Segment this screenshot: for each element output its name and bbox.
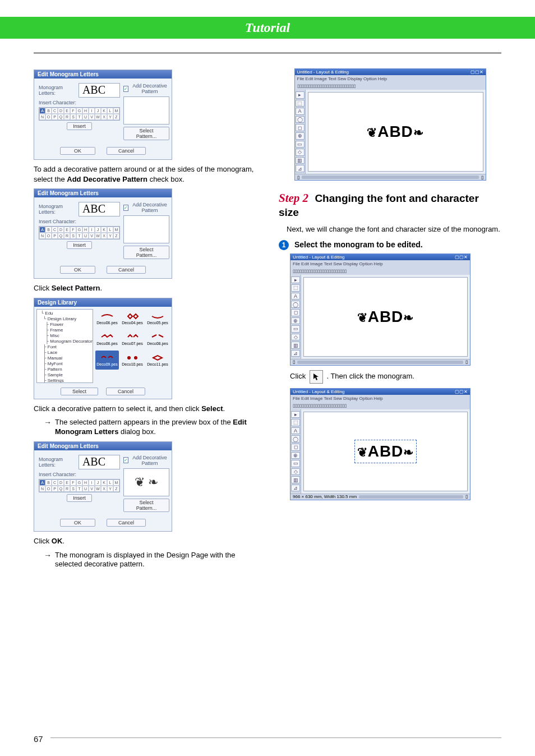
tool-icon[interactable]: ▥ <box>296 157 305 164</box>
char-cell[interactable]: K <box>101 480 107 486</box>
monogram-letters-input[interactable]: ABC <box>79 202 120 216</box>
ok-button[interactable]: OK <box>60 266 95 274</box>
char-cell[interactable]: O <box>45 114 52 120</box>
char-cell[interactable]: W <box>95 114 101 120</box>
char-cell[interactable]: R <box>64 486 70 492</box>
tool-icon[interactable]: A <box>291 293 300 300</box>
tool-icon[interactable]: ⊕ <box>296 132 305 140</box>
char-cell[interactable]: L <box>107 108 113 114</box>
scrollbar[interactable] <box>297 361 463 364</box>
char-cell[interactable]: G <box>76 227 82 233</box>
char-cell[interactable]: N <box>39 114 45 120</box>
tool-icon[interactable]: ◯ <box>291 435 300 442</box>
library-pattern-cell[interactable]: Deco06.pes <box>95 330 119 349</box>
tool-icon[interactable]: ⬚ <box>291 419 300 426</box>
folder-tree[interactable]: └ Edu └ Design Library ├ Flower ├ Frame … <box>36 309 93 383</box>
char-cell[interactable]: L <box>107 480 113 486</box>
char-cell[interactable]: M <box>113 108 119 114</box>
char-cell[interactable]: J <box>95 227 101 233</box>
char-cell[interactable]: V <box>89 486 95 492</box>
char-cell[interactable]: E <box>64 108 70 114</box>
tool-palette[interactable]: ▸⬚A◯◻⊕▭◇▥⊿ <box>290 275 301 359</box>
tool-icon[interactable]: ▸ <box>296 91 305 99</box>
tool-icon[interactable]: ▥ <box>291 342 300 349</box>
tool-icon[interactable]: ◻ <box>291 309 300 316</box>
char-cell[interactable]: K <box>101 108 107 114</box>
ok-button[interactable]: OK <box>60 519 95 527</box>
char-cell[interactable]: E <box>64 227 70 233</box>
library-pattern-cell[interactable]: Deco06.pes <box>95 309 119 328</box>
monogram-letters-input[interactable]: ABC <box>79 455 120 469</box>
select-button[interactable]: Select <box>61 388 98 395</box>
char-cell[interactable]: Y <box>107 233 113 239</box>
library-pattern-cell[interactable]: Deco10.pes <box>121 351 144 370</box>
tool-icon[interactable]: ▭ <box>296 141 305 148</box>
char-cell[interactable]: P <box>52 233 58 239</box>
tool-icon[interactable]: ◇ <box>291 468 300 476</box>
monogram-letters-input[interactable]: ABC <box>79 83 120 98</box>
char-cell[interactable]: Y <box>107 486 113 492</box>
insert-button[interactable]: Insert <box>67 494 92 502</box>
char-cell[interactable]: X <box>101 233 107 239</box>
char-cell[interactable]: X <box>101 486 107 492</box>
scrollbar[interactable] <box>302 176 479 179</box>
tool-icon[interactable]: ▭ <box>291 325 300 333</box>
char-cell[interactable]: H <box>82 480 89 486</box>
char-cell[interactable]: T <box>76 486 82 492</box>
char-cell[interactable]: H <box>82 108 89 114</box>
tool-icon[interactable]: ◯ <box>291 301 300 308</box>
char-cell[interactable]: F <box>70 108 76 114</box>
char-cell[interactable]: B <box>45 108 52 114</box>
tool-icon[interactable]: ◇ <box>296 149 305 156</box>
tool-icon[interactable]: ◻ <box>296 124 305 131</box>
char-cell[interactable]: Z <box>113 233 119 239</box>
library-pattern-cell[interactable]: Deco05.pes <box>146 309 169 328</box>
library-pattern-cell[interactable]: Deco08.pes <box>146 330 169 349</box>
insert-button[interactable]: Insert <box>67 241 92 249</box>
tool-icon[interactable]: ▸ <box>291 276 300 284</box>
char-cell[interactable]: V <box>89 233 95 239</box>
char-cell[interactable]: P <box>52 114 58 120</box>
char-cell[interactable]: Y <box>107 114 113 120</box>
tool-icon[interactable]: ▭ <box>291 460 300 467</box>
select-pattern-button[interactable]: Select Pattern... <box>123 499 169 512</box>
tool-icon[interactable]: A <box>296 108 305 115</box>
add-decorative-checkbox[interactable]: ✓ Add Decorative Pattern <box>123 202 169 213</box>
char-cell[interactable]: J <box>95 108 101 114</box>
char-cell[interactable]: S <box>70 486 76 492</box>
char-cell[interactable]: K <box>101 227 107 233</box>
cancel-button[interactable]: Cancel <box>106 388 145 395</box>
char-cell[interactable]: U <box>82 114 89 120</box>
char-cell[interactable]: D <box>58 227 64 233</box>
library-pattern-cell[interactable]: Deco04.pes <box>121 309 144 328</box>
tool-icon[interactable]: ⊿ <box>291 485 300 492</box>
char-cell[interactable]: I <box>89 108 95 114</box>
char-cell[interactable]: N <box>39 233 45 239</box>
char-cell[interactable]: Q <box>58 486 64 492</box>
char-cell[interactable]: C <box>52 227 58 233</box>
select-pattern-button[interactable]: Select Pattern... <box>123 127 169 140</box>
char-cell[interactable]: O <box>45 233 52 239</box>
char-cell[interactable]: N <box>39 486 45 492</box>
char-cell[interactable]: S <box>70 233 76 239</box>
design-canvas[interactable]: ❦ABD❧ <box>308 92 483 172</box>
tool-icon[interactable]: ◻ <box>291 444 300 451</box>
tool-palette[interactable]: ▸⬚A◯◻⊕▭◇▥⊿ <box>295 90 306 174</box>
tool-palette[interactable]: ▸⬚A◯◻⊕▭◇▥⊿ <box>290 409 301 494</box>
library-pattern-cell[interactable]: Deco07.pes <box>121 330 144 349</box>
insert-button[interactable]: Insert <box>67 122 92 130</box>
char-cell[interactable]: H <box>82 227 89 233</box>
char-cell[interactable]: T <box>76 114 82 120</box>
tool-icon[interactable]: ⊕ <box>291 452 300 459</box>
tool-icon[interactable]: ⊿ <box>296 165 305 172</box>
char-cell[interactable]: A <box>39 227 45 233</box>
char-cell[interactable]: M <box>113 227 119 233</box>
library-pattern-cell[interactable]: Deco09.pes <box>95 351 119 370</box>
char-cell[interactable]: Z <box>113 114 119 120</box>
tool-icon[interactable]: A <box>291 427 300 435</box>
char-cell[interactable]: F <box>70 480 76 486</box>
char-cell[interactable]: I <box>89 227 95 233</box>
cancel-button[interactable]: Cancel <box>107 266 146 274</box>
character-grid[interactable]: ABCDEFGHIJKLMNOPQRSTUVWXYZ <box>39 107 120 121</box>
char-cell[interactable]: E <box>64 480 70 486</box>
